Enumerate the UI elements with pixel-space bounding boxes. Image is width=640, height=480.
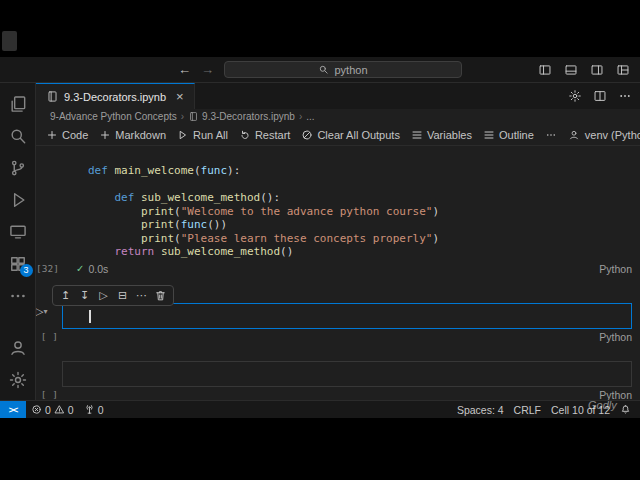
cell-1-language-picker[interactable]: Python: [599, 263, 632, 275]
title-bar: ← → python: [0, 57, 640, 83]
notebook-cell-2: ▷▾ [ ] Python: [62, 303, 632, 345]
activity-bar-bottom: [0, 332, 35, 400]
toolbar-label: Variables: [427, 129, 472, 141]
split-cell-icon[interactable]: ⊟: [114, 288, 131, 303]
breadcrumb-item[interactable]: 9-Advance Python Concepts: [50, 111, 177, 122]
cell-3-status: [ ] Python: [62, 387, 632, 401]
notebook-cell-1: def main_welcome(func): def sub_welcome_…: [62, 156, 632, 277]
activity-badge: 3: [20, 264, 33, 277]
toolbar-variables-button[interactable]: Variables: [411, 129, 472, 141]
vscode-window: ← → python 3: [0, 57, 640, 418]
cell-1-editor[interactable]: def main_welcome(func): def sub_welcome_…: [62, 156, 632, 261]
cell-3-editor[interactable]: [62, 361, 632, 387]
execute-below-icon[interactable]: ↧: [76, 288, 93, 303]
command-center-text: python: [334, 64, 367, 76]
remote-explorer-icon: [8, 222, 28, 242]
list-icon: [483, 129, 495, 141]
execute-above-icon[interactable]: ↥: [57, 288, 74, 303]
run-debug-icon: [8, 190, 28, 210]
tab-close-button[interactable]: ×: [176, 89, 184, 104]
gear-icon[interactable]: [568, 89, 582, 103]
toolbar-label: Markdown: [115, 129, 166, 141]
search-icon: [8, 126, 28, 146]
breadcrumb-label: 9-Advance Python Concepts: [50, 111, 177, 122]
ports-indicator[interactable]: 0: [79, 401, 109, 418]
indentation-indicator[interactable]: Spaces: 4: [452, 401, 509, 418]
toolbar-more-button[interactable]: [545, 129, 557, 141]
notebook-toolbar-items: CodeMarkdownRun AllRestartClear All Outp…: [46, 129, 557, 141]
notebook-cell-3: [ ] Python: [62, 361, 632, 401]
status-bar-left: >< 0 0 0: [0, 401, 109, 418]
toolbar-markdown-button[interactable]: Markdown: [99, 129, 166, 141]
more-actions-icon[interactable]: ⋯: [133, 288, 150, 303]
activity-item-account[interactable]: [0, 332, 36, 364]
activity-item-search[interactable]: [0, 120, 36, 152]
cell-1-code: def main_welcome(func): def sub_welcome_…: [62, 156, 632, 261]
list-icon: [411, 129, 423, 141]
title-bar-center: ← → python: [178, 61, 462, 78]
text-cursor: [89, 310, 91, 323]
kernel-icon: [568, 129, 580, 141]
run-options-chevron-icon: ▾: [43, 308, 47, 316]
run-cell-icon[interactable]: ▷: [95, 288, 112, 303]
activity-item-remote-explorer[interactable]: [0, 216, 36, 248]
remote-icon: ><: [9, 405, 18, 415]
toggle-sidebar-icon[interactable]: [538, 63, 552, 77]
activity-item-settings[interactable]: [0, 364, 36, 396]
warning-count: 0: [68, 404, 74, 416]
toolbar-run-all-button[interactable]: Run All: [177, 129, 228, 141]
notifications-button[interactable]: [615, 401, 636, 418]
run-cell-button[interactable]: ▷▾: [36, 306, 47, 317]
code-line: print("Please learn these concepts prope…: [88, 232, 632, 246]
tab-label: 9.3-Decorators.ipynb: [64, 91, 166, 103]
execution-duration: 0.0s: [88, 263, 108, 275]
customize-layout-icon[interactable]: [616, 63, 630, 77]
breadcrumb-separator: ›: [181, 111, 184, 122]
breadcrumb-item[interactable]: 9.3-Decorators.ipynb: [188, 111, 295, 122]
activity-item-source-control[interactable]: [0, 152, 36, 184]
notebook-toolbar: CodeMarkdownRun AllRestartClear All Outp…: [36, 124, 640, 146]
cell-2-language-picker[interactable]: Python: [599, 331, 632, 343]
problems-indicator[interactable]: 0 0: [26, 401, 79, 418]
notebook-icon: [46, 90, 59, 103]
toolbar-restart-button[interactable]: Restart: [239, 129, 290, 141]
activity-item-more[interactable]: [0, 280, 36, 312]
tab-decorators-notebook[interactable]: 9.3-Decorators.ipynb ×: [36, 83, 195, 109]
command-center-search[interactable]: python: [224, 61, 462, 78]
toggle-secondary-sidebar-icon[interactable]: [590, 63, 604, 77]
settings-icon: [8, 370, 28, 390]
source-control-icon: [8, 158, 28, 178]
error-count: 0: [45, 404, 51, 416]
kernel-label: venv (Python 3.12.0): [585, 129, 640, 141]
more-icon[interactable]: [618, 89, 632, 103]
toolbar-label: Run All: [193, 129, 228, 141]
cell-2-editor[interactable]: [62, 303, 632, 329]
toolbar-code-button[interactable]: Code: [46, 129, 88, 141]
split-editor-icon[interactable]: [593, 89, 607, 103]
warning-icon: [54, 404, 65, 415]
toolbar-outline-button[interactable]: Outline: [483, 129, 534, 141]
kernel-picker[interactable]: venv (Python 3.12.0): [568, 129, 640, 141]
bell-icon: [620, 404, 631, 415]
remote-indicator[interactable]: ><: [0, 401, 26, 418]
history-back-button[interactable]: ←: [178, 63, 191, 76]
code-line: return sub_welcome_method(): [88, 245, 632, 259]
explorer-icon: [8, 94, 28, 114]
activity-item-extensions[interactable]: 3: [0, 248, 36, 280]
breadcrumb-item[interactable]: ...: [306, 111, 314, 122]
delete-cell-icon[interactable]: [152, 288, 169, 303]
activity-item-run-debug[interactable]: [0, 184, 36, 216]
editor-area: 9.3-Decorators.ipynb × 9-Advance Python …: [36, 83, 640, 400]
eol-indicator[interactable]: CRLF: [509, 401, 546, 418]
tab-bar: 9.3-Decorators.ipynb ×: [36, 83, 640, 109]
restart-icon: [239, 129, 251, 141]
toggle-panel-icon[interactable]: [564, 63, 578, 77]
toolbar-clear-all-outputs-button[interactable]: Clear All Outputs: [301, 129, 400, 141]
activity-item-explorer[interactable]: [0, 88, 36, 120]
radio-tower-icon: [84, 404, 95, 415]
history-forward-button[interactable]: →: [201, 63, 214, 76]
window-actions: [538, 57, 630, 82]
breadcrumb-label: ...: [306, 111, 314, 122]
code-line: def sub_welcome_method():: [88, 191, 632, 205]
activity-bar-top: 3: [0, 83, 35, 312]
